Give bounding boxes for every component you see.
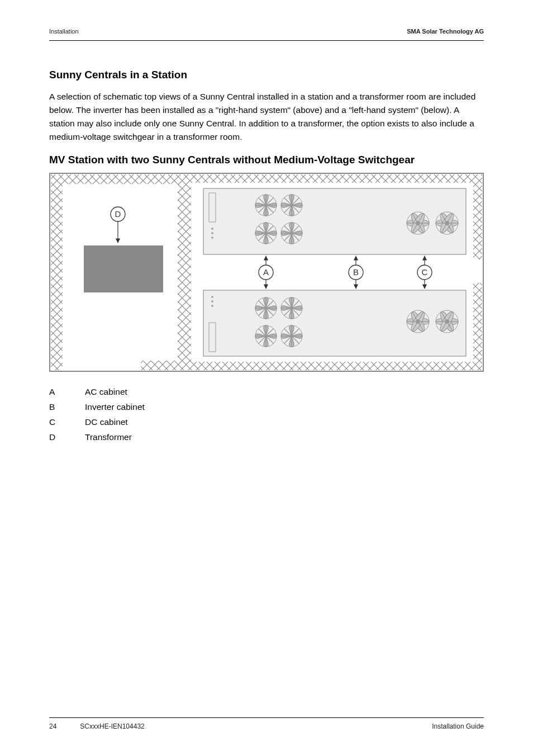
diagram-svg: D A <box>49 173 484 372</box>
diagram-label-a: A <box>263 267 269 277</box>
legend-label: DC cabinet <box>85 414 128 429</box>
svg-point-31 <box>211 305 213 307</box>
legend-label: AC cabinet <box>85 384 127 399</box>
legend-key: B <box>49 399 85 414</box>
header-left: Installation <box>49 28 79 35</box>
legend-label: Transformer <box>85 429 132 445</box>
svg-point-30 <box>211 300 213 303</box>
svg-point-24 <box>211 228 213 230</box>
diagram-label-b: B <box>353 267 359 277</box>
legend-row: A AC cabinet <box>49 384 484 399</box>
legend-label: Inverter cabinet <box>85 399 145 414</box>
section-title: Sunny Centrals in a Station <box>49 69 484 81</box>
legend-key: D <box>49 429 85 445</box>
footer-doc: SCxxxHE-IEN104432 <box>80 722 144 730</box>
page-footer: 24 SCxxxHE-IEN104432 Installation Guide <box>49 717 484 730</box>
diagram-label-c: C <box>422 267 428 277</box>
header-rule <box>49 40 484 41</box>
legend-row: B Inverter cabinet <box>49 399 484 414</box>
station-diagram: D A <box>49 173 484 372</box>
svg-rect-17 <box>473 259 483 283</box>
legend-key: C <box>49 414 85 429</box>
svg-point-26 <box>211 237 213 239</box>
diagram-label-d: D <box>115 209 121 219</box>
legend: A AC cabinet B Inverter cabinet C DC cab… <box>49 384 484 445</box>
svg-point-25 <box>211 232 213 234</box>
footer-right: Installation Guide <box>432 722 484 730</box>
legend-row: D Transformer <box>49 429 484 445</box>
transformer-rect <box>84 245 163 292</box>
footer-page: 24 <box>49 722 56 730</box>
section-subtitle: MV Station with two Sunny Centrals witho… <box>49 154 484 166</box>
svg-point-29 <box>211 296 213 298</box>
svg-rect-19 <box>63 361 141 371</box>
header-right: SMA Solar Technology AG <box>407 28 484 35</box>
page-header: Installation SMA Solar Technology AG <box>49 28 484 35</box>
section-paragraph: A selection of schematic top views of a … <box>49 90 484 144</box>
legend-row: C DC cabinet <box>49 414 484 429</box>
legend-key: A <box>49 384 85 399</box>
